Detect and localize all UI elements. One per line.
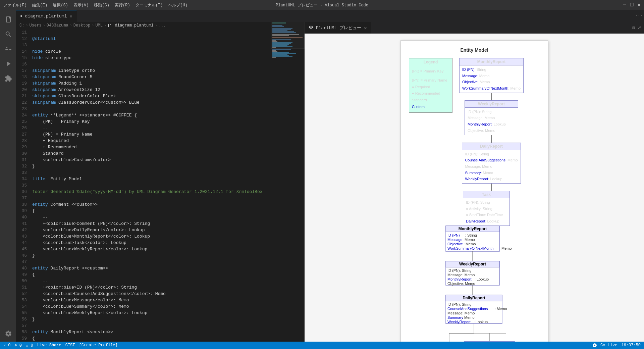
- svg-text:MonthlyReport: MonthlyReport: [459, 227, 487, 231]
- svg-text:Message: Memo: Message: Memo: [447, 311, 475, 315]
- run-debug-icon[interactable]: [1, 57, 15, 70]
- git-branch-icon[interactable]: ⑂ 0: [3, 343, 10, 348]
- menu-help[interactable]: ヘルプ(H): [168, 2, 187, 8]
- entities-column: MonthlyReport ID (PN): String Message: M…: [459, 58, 524, 226]
- svg-text:: String: : String: [465, 233, 477, 237]
- line-numbers: 1112131415 1617181920 2122232425 2627282…: [16, 29, 30, 342]
- status-right: Go Live 16:07:50: [592, 343, 641, 348]
- files-icon[interactable]: [1, 13, 15, 26]
- diagram-svg-wrapper: MonthlyReport ID (PN): String Message: M…: [409, 222, 540, 342]
- menu-view[interactable]: 表示(V): [73, 2, 89, 8]
- svg-text:Message: Memo: Message: Memo: [447, 273, 475, 277]
- legend-box: Legend (PK) = Primary Key (PN) = Primary…: [409, 58, 452, 113]
- svg-text:CounselAndSuggestions: CounselAndSuggestions: [447, 307, 488, 311]
- extensions-icon[interactable]: [1, 72, 15, 85]
- menu-edit[interactable]: 編集(E): [32, 2, 48, 8]
- preview-expand-icon[interactable]: ⤢: [638, 25, 641, 31]
- svg-text:: Memo: : Memo: [463, 238, 475, 242]
- minimap[interactable]: [271, 22, 305, 342]
- settings-icon[interactable]: [1, 327, 15, 340]
- tab-more-actions[interactable]: ···: [634, 10, 644, 22]
- breadcrumb: C: › Users › 0483azuma › Desktop › UML ›…: [16, 22, 271, 29]
- svg-text:: Lookup: : Lookup: [474, 320, 488, 324]
- svg-text:WorkSummaryOfNextMonth: WorkSummaryOfNextMonth: [447, 246, 493, 250]
- source-control-icon[interactable]: [1, 42, 15, 56]
- code-editor: C: › Users › 0483azuma › Desktop › UML ›…: [16, 22, 271, 342]
- preview-tab-label: PlantUML プレビュー: [316, 25, 361, 31]
- tab-diagram[interactable]: ● diagram.plantuml ✕: [16, 10, 77, 22]
- entity-weekly-report: WeeklyReport ID (PN): String Message: Me…: [465, 100, 518, 135]
- svg-text:Objective: Memo: Objective: Memo: [447, 282, 475, 286]
- svg-text:MonthlyReport: MonthlyReport: [447, 277, 472, 281]
- preview-tab-close[interactable]: ✕: [364, 25, 367, 31]
- preview-more-icon[interactable]: ⊡: [632, 25, 635, 31]
- code-content[interactable]: @startuml hide circle hide stereotype sk…: [30, 29, 271, 342]
- legend-required: ● Required: [412, 84, 449, 91]
- menu-bar[interactable]: ファイル(F) 編集(E) 選択(S) 表示(V) 移動(G) 実行(R) ター…: [3, 2, 187, 8]
- tab-diagram-label: diagram.plantuml: [25, 14, 67, 19]
- status-left: ⑂ 0 ⊗ 0 ⚠ 0 Live Share GIST [Create Prof…: [3, 343, 118, 348]
- legend-pn: (PN) = Primary Name: [412, 77, 449, 84]
- legend-title: Legend: [409, 58, 452, 66]
- tab-close-diagram[interactable]: ✕: [69, 13, 72, 19]
- entity-daily-report: DailyReport ID (PN): String CounselAndSu…: [462, 143, 521, 184]
- diagram-title: Entity Model: [409, 47, 540, 53]
- legend-body: (PK) = Primary Key (PN) = Primary Name ●…: [409, 66, 452, 112]
- go-live-button[interactable]: Go Live: [592, 343, 618, 348]
- live-share-button[interactable]: Live Share: [37, 343, 61, 348]
- svg-text:DailyReport: DailyReport: [463, 296, 485, 300]
- tab-bar: ● diagram.plantuml ✕ ···: [16, 10, 644, 22]
- svg-text:WeeklyReport: WeeklyReport: [459, 262, 486, 266]
- activity-bar: [0, 10, 16, 342]
- menu-file[interactable]: ファイル(F): [3, 2, 27, 8]
- legend-pk: (PK) = Primary Key: [412, 68, 449, 75]
- warning-count[interactable]: ⚠ 0: [26, 343, 33, 348]
- svg-text:Message: Message: [447, 238, 463, 242]
- svg-text:: Memo: : Memo: [462, 315, 475, 319]
- menu-terminal[interactable]: ターミナル(T): [136, 2, 163, 8]
- diagram-body: Legend (PK) = Primary Key (PN) = Primary…: [409, 58, 540, 226]
- menu-go[interactable]: 移動(G): [94, 2, 109, 8]
- time-display: 16:07:50: [621, 343, 641, 348]
- entity-task: Task ID (PN): String ● Activity: String …: [463, 191, 510, 226]
- svg-text:ID (PN): ID (PN): [447, 233, 460, 237]
- svg-text:: Lookup: : Lookup: [475, 277, 489, 281]
- close-button[interactable]: ✕: [637, 2, 641, 8]
- svg-text:Objective: Objective: [447, 242, 463, 246]
- preview-icon: [309, 25, 313, 31]
- entity-monthly-report: MonthlyReport ID (PN): String Message: M…: [459, 58, 524, 93]
- search-icon[interactable]: [1, 28, 15, 41]
- preview-tab-bar: PlantUML プレビュー ✕ ⊡ ⤢: [305, 22, 644, 34]
- menu-select[interactable]: 選択(S): [53, 2, 68, 8]
- bottom-row: Task ID (PN): String ● Activity: String …: [463, 191, 520, 226]
- gist-button[interactable]: GIST: [65, 343, 75, 348]
- menu-run[interactable]: 実行(R): [115, 2, 130, 8]
- svg-text:Summary: Summary: [447, 315, 464, 319]
- legend-custom: Custom: [412, 104, 449, 110]
- window-controls[interactable]: ─ □ ✕: [623, 2, 641, 8]
- svg-text:WeeklyReport: WeeklyReport: [447, 320, 471, 324]
- create-profile-button[interactable]: [Create Profile]: [79, 343, 118, 348]
- legend-standard: Standard: [412, 97, 449, 104]
- minimize-button[interactable]: ─: [623, 2, 626, 8]
- title-bar: ファイル(F) 編集(E) 選択(S) 表示(V) 移動(G) 実行(R) ター…: [0, 0, 644, 10]
- legend-recommended: ● Recommended: [412, 90, 449, 97]
- svg-text:: Memo: : Memo: [499, 246, 512, 250]
- preview-pane: PlantUML プレビュー ✕ ⊡ ⤢ Entity Model: [305, 22, 644, 342]
- maximize-button[interactable]: □: [630, 2, 634, 8]
- svg-text:: Memo: : Memo: [464, 242, 476, 246]
- error-count[interactable]: ⊗ 0: [14, 343, 22, 348]
- status-bar: ⑂ 0 ⊗ 0 ⚠ 0 Live Share GIST [Create Prof…: [0, 342, 644, 349]
- svg-text:ID (PN): String: ID (PN): String: [447, 268, 472, 272]
- svg-text:ID (PN): String: ID (PN): String: [447, 302, 472, 306]
- tab-preview[interactable]: PlantUML プレビュー ✕: [305, 22, 371, 34]
- uml-diagram: Entity Model Legend (PK) = Primary Key (…: [400, 40, 548, 342]
- svg-text:: Memo: : Memo: [495, 307, 507, 311]
- preview-content: Entity Model Legend (PK) = Primary Key (…: [305, 34, 644, 342]
- window-title: PlantUML プレビュー - Visual Studio Code: [276, 2, 368, 8]
